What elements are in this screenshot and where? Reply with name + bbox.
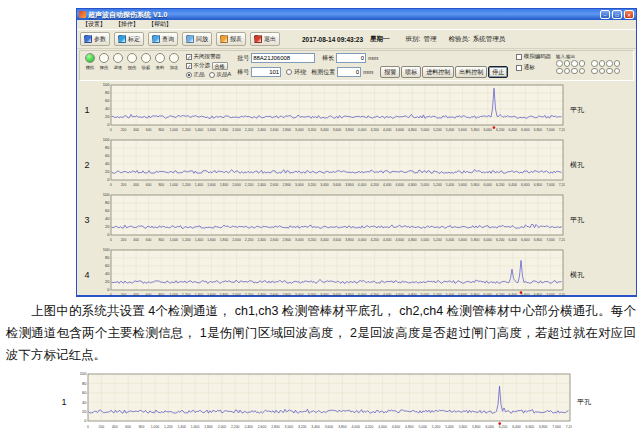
svg-text:5,200: 5,200 [433,293,442,297]
svg-text:6,000: 6,000 [485,425,494,429]
grade-good-label: 正品 [194,71,205,78]
status-light-7[interactable]: 加速 [167,53,180,70]
svg-text:5,800: 5,800 [471,238,480,242]
svg-text:4,200: 4,200 [370,238,379,242]
light-off-icon [169,53,179,63]
app-window: 超声波自动探伤系统 V1.0 – □ ✕ 【设置】【操作】【帮助】 参数标定查询… [76,8,637,297]
channel-number: 3 [79,215,95,225]
maximize-button[interactable]: □ [612,10,622,19]
radio-selected-icon[interactable] [186,72,192,78]
params-button[interactable]: 参数 [80,32,110,46]
svg-text:5,200: 5,200 [433,238,442,242]
svg-text:600: 600 [125,425,131,429]
status-light-5[interactable]: 喷标 [139,53,152,70]
position-input[interactable] [337,67,361,77]
io-output-lamp-4 [579,68,586,75]
menu-item-2[interactable]: 【操作】 [115,20,139,29]
svg-text:1,000: 1,000 [151,425,160,429]
svg-text:4,600: 4,600 [396,238,405,242]
svg-text:5,400: 5,400 [446,238,455,242]
search-button[interactable]: 查询 [148,32,178,46]
inspector-value: 系统管理员 [473,35,506,44]
status-light-1[interactable]: 模拟 [83,53,96,70]
status-light-2[interactable]: 探伤 [97,53,110,70]
svg-text:5,000: 5,000 [421,183,430,187]
no-sort-option[interactable]: ✓ 不分选 合格 [186,62,231,70]
svg-text:4,800: 4,800 [408,128,417,132]
menu-item-3[interactable]: 【帮助】 [148,20,172,29]
status-light-4[interactable]: 报伤 [125,53,138,70]
length-input[interactable] [336,53,366,63]
svg-text:1,000: 1,000 [170,128,179,132]
svg-text:7,000: 7,000 [552,425,561,429]
svg-text:2,000: 2,000 [232,238,241,242]
svg-text:4,400: 4,400 [383,293,392,297]
svg-text:5,400: 5,400 [446,183,455,187]
svg-text:5,200: 5,200 [433,183,442,187]
svg-text:7,200: 7,200 [559,293,565,297]
radio-icon[interactable] [209,72,215,78]
svg-text:3,800: 3,800 [345,183,354,187]
io-output-lamp-6 [599,68,606,75]
svg-text:800: 800 [158,128,164,132]
close-button[interactable]: ✕ [624,10,634,19]
svg-text:600: 600 [146,238,152,242]
qualified-button[interactable]: 合格 [212,62,228,70]
calibration-button[interactable]: 标定 [114,32,144,46]
svg-text:80: 80 [105,200,110,205]
stop-button[interactable]: 停止 [488,66,508,78]
report-button[interactable]: 报表 [216,32,246,46]
bottom-channel-strip: 102040608010002004006008001,0001,2001,40… [56,371,591,433]
svg-text:3,400: 3,400 [320,293,329,297]
exit-button[interactable]: 退出 [250,32,280,46]
svg-text:40: 40 [105,161,110,166]
io-input-row [556,60,620,67]
document-page: 超声波自动探伤系统 V1.0 – □ ✕ 【设置】【操作】【帮助】 参数标定查询… [0,0,641,441]
playback-button[interactable]: 回放 [182,32,212,46]
io-input-lamp-1 [556,60,563,67]
svg-text:7,200: 7,200 [559,183,565,187]
svg-text:4,400: 4,400 [383,238,392,242]
svg-text:60: 60 [105,98,110,103]
svg-text:4,000: 4,000 [358,293,367,297]
svg-text:800: 800 [158,293,164,297]
alarm-off-label: 关闭报警器 [194,53,222,60]
svg-text:3,400: 3,400 [320,128,329,132]
feed-out-button[interactable]: 出料控制 [455,66,487,78]
menu-item-1[interactable]: 【设置】 [82,20,106,29]
svg-text:3,800: 3,800 [338,425,347,429]
passmark-option[interactable]: 通标 [516,64,551,71]
svg-text:5,600: 5,600 [458,238,467,242]
svg-text:2,200: 2,200 [245,238,254,242]
svg-text:5,400: 5,400 [446,128,455,132]
svg-text:100: 100 [103,83,110,87]
svg-text:20: 20 [82,409,87,414]
status-light-label: 退料 [155,64,164,69]
svg-text:600: 600 [146,183,152,187]
wrap-radio-icon[interactable] [286,69,292,75]
status-light-3[interactable]: 进退 [111,53,124,70]
status-light-6[interactable]: 退料 [153,53,166,70]
minimize-button[interactable]: – [600,10,610,19]
svg-text:4,200: 4,200 [370,183,379,187]
io-input-lamp-7 [606,60,613,67]
batch-input[interactable] [251,53,315,63]
channel-type-label: 横孔 [565,270,584,280]
svg-text:400: 400 [133,183,139,187]
toolbar: 参数标定查询回放报表退出 2017-08-14 09:43:23 星期一 班别:… [77,29,636,49]
light-off-icon [99,53,109,63]
feed-in-button[interactable]: 进料控制 [422,66,454,78]
svg-text:7,000: 7,000 [546,128,555,132]
alarm-button[interactable]: 报警 [380,66,400,78]
svg-text:6,800: 6,800 [539,425,548,429]
svg-text:80: 80 [105,145,110,150]
spray-mark-button[interactable]: 喷标 [401,66,421,78]
svg-text:4,200: 4,200 [365,425,374,429]
sim-encoder-option[interactable]: 模拟编码器 [516,53,551,60]
alarm-off-option[interactable]: ✓ 关闭报警器 [186,53,231,60]
svg-text:3,600: 3,600 [333,183,342,187]
rod-input[interactable] [251,67,281,77]
svg-text:1,000: 1,000 [170,293,179,297]
io-output-row [556,68,620,75]
svg-text:2,400: 2,400 [257,128,266,132]
